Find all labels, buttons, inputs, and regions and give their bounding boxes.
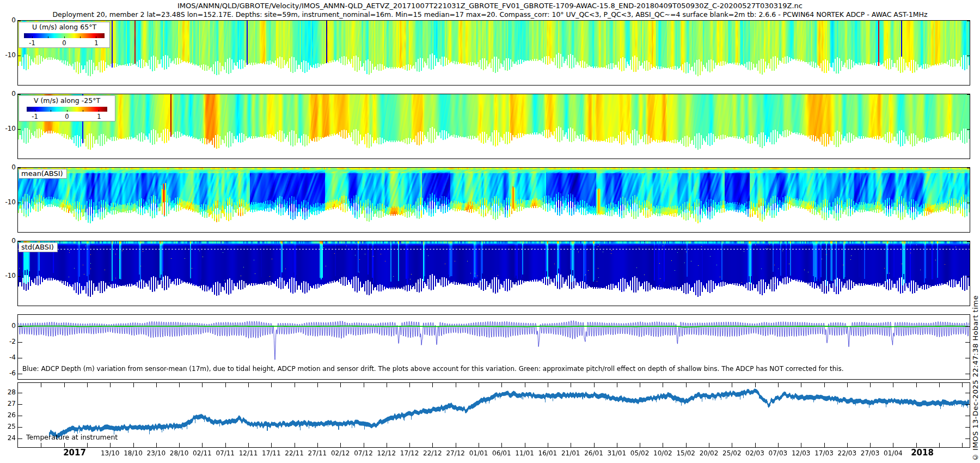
y-tick-mark — [18, 56, 21, 56]
y-tick-mark — [18, 276, 21, 277]
panel-u-velocity — [17, 20, 970, 86]
y-tick-mark — [18, 129, 21, 130]
x-tick-label: 07/03 — [769, 449, 788, 457]
y-tick-mark — [18, 241, 21, 242]
y-tick-mark — [967, 203, 970, 203]
x-tick-label: 01/04 — [884, 449, 903, 457]
y-tick-label: -10 — [0, 272, 16, 279]
y-tick-label: 28 — [0, 388, 16, 396]
x-tick-label: 15/02 — [676, 449, 695, 457]
y-tick-mark — [18, 94, 21, 95]
v-velocity-heatmap — [18, 94, 970, 159]
colorbar-v-tick: -1 — [32, 113, 38, 120]
panel-std-absi — [17, 241, 970, 306]
x-tick-label: 12/11 — [239, 449, 258, 457]
x-tick-label: 22/12 — [423, 449, 442, 457]
x-axis-year-label: 2017 — [63, 448, 86, 458]
y-tick-mark — [967, 56, 970, 56]
y-tick-mark — [965, 416, 970, 416]
colorbar-u-tick: 0 — [62, 39, 66, 47]
y-tick-mark — [18, 203, 21, 203]
y-tick-mark — [18, 404, 22, 405]
y-tick-mark — [965, 358, 970, 358]
y-tick-mark — [967, 276, 970, 277]
x-tick-label: 27/03 — [861, 449, 880, 457]
x-tick-label: 27/11 — [308, 449, 327, 457]
label-std-absi: std(ABSI) — [19, 242, 58, 252]
y-tick-mark — [18, 427, 22, 428]
y-tick-label: 27 — [0, 400, 16, 407]
figure-title: IMOS/ANMN/QLD/GBROTE/Velocity/IMOS_ANMN-… — [0, 2, 980, 10]
x-tick-label: 02/12 — [331, 449, 350, 457]
y-tick-label: 25 — [0, 423, 16, 430]
y-tick-label: 0 — [0, 90, 16, 98]
x-tick-label: 17/11 — [262, 449, 281, 457]
y-tick-mark — [965, 374, 970, 374]
x-tick-label: 17/12 — [400, 449, 419, 457]
y-tick-label: 0 — [0, 237, 16, 245]
y-tick-mark — [18, 342, 22, 343]
depth-variation-note: Blue: ADCP Depth (m) variation from sens… — [22, 365, 844, 373]
y-tick-mark — [965, 427, 970, 428]
x-tick-label: 12/12 — [377, 449, 396, 457]
temperature-label: Temperature at instrument — [26, 433, 118, 441]
x-tick-label: 21/01 — [561, 449, 580, 457]
y-tick-label: 0 — [0, 322, 16, 330]
x-axis-year-label: 2018 — [911, 448, 934, 458]
x-tick-label: 18/10 — [124, 449, 143, 457]
x-tick-label: 07/12 — [354, 449, 373, 457]
y-tick-label: 0 — [0, 16, 16, 24]
y-tick-mark — [18, 326, 22, 327]
legend-u: U (m/s) along 65°T -1 0 1 — [19, 22, 110, 48]
x-tick-label: 17/03 — [814, 449, 834, 457]
y-tick-label: -10 — [0, 51, 16, 59]
label-mean-absi: mean(ABSI) — [19, 169, 67, 179]
x-tick-label: 07/11 — [216, 449, 235, 457]
y-tick-mark — [965, 326, 970, 327]
y-tick-label: -6 — [0, 369, 16, 377]
colorbar-u-tick: -1 — [29, 39, 35, 47]
legend-u-title: U (m/s) along 65°T — [19, 23, 109, 31]
temperature-lineplot — [18, 383, 970, 447]
y-tick-mark — [18, 374, 22, 374]
u-velocity-heatmap — [18, 21, 970, 85]
y-tick-mark — [18, 21, 21, 21]
x-tick-label: 10/02 — [653, 449, 672, 457]
y-tick-mark — [967, 94, 970, 95]
y-tick-mark — [18, 393, 22, 393]
y-tick-mark — [967, 129, 970, 130]
y-tick-label: -10 — [0, 125, 16, 132]
figure-subtitle: Deployment 20, member 2 lat=23.48S lon=1… — [0, 10, 980, 19]
y-tick-label: 26 — [0, 411, 16, 419]
y-tick-label: -10 — [0, 198, 16, 206]
y-tick-mark — [18, 358, 22, 358]
y-tick-label: -2 — [0, 338, 16, 345]
x-tick-label: 23/10 — [147, 449, 166, 457]
y-tick-label: 0 — [0, 163, 16, 171]
colorbar-u — [24, 33, 105, 38]
x-tick-label: 26/01 — [584, 449, 603, 457]
y-tick-mark — [965, 438, 970, 439]
x-tick-label: 22/03 — [838, 449, 857, 457]
figure-root: IMOS/ANMN/QLD/GBROTE/Velocity/IMOS_ANMN-… — [0, 0, 980, 463]
x-tick-label: 02/11 — [193, 449, 212, 457]
x-tick-label: 28/10 — [170, 449, 189, 457]
x-tick-label: 01/01 — [469, 449, 488, 457]
panel-temperature — [17, 382, 970, 448]
std-absi-heatmap — [18, 241, 970, 306]
colorbar-u-tick: 1 — [94, 39, 98, 47]
mean-absi-heatmap — [18, 168, 970, 232]
x-tick-label: 22/11 — [285, 449, 304, 457]
x-tick-label: 06/01 — [492, 449, 511, 457]
imos-watermark: © IMOS 13-Dec-2025 22:47:38 Hobart time — [971, 295, 979, 461]
colorbar-v-tick: 1 — [97, 113, 101, 120]
x-tick-label: 16/01 — [538, 449, 558, 457]
y-tick-label: 24 — [0, 434, 16, 442]
colorbar-v — [27, 107, 107, 112]
y-tick-mark — [965, 404, 970, 405]
y-tick-mark — [967, 21, 970, 21]
x-tick-label: 27/12 — [446, 449, 465, 457]
x-tick-label: 11/01 — [515, 449, 534, 457]
x-tick-label: 20/02 — [700, 449, 719, 457]
y-tick-mark — [965, 342, 970, 343]
